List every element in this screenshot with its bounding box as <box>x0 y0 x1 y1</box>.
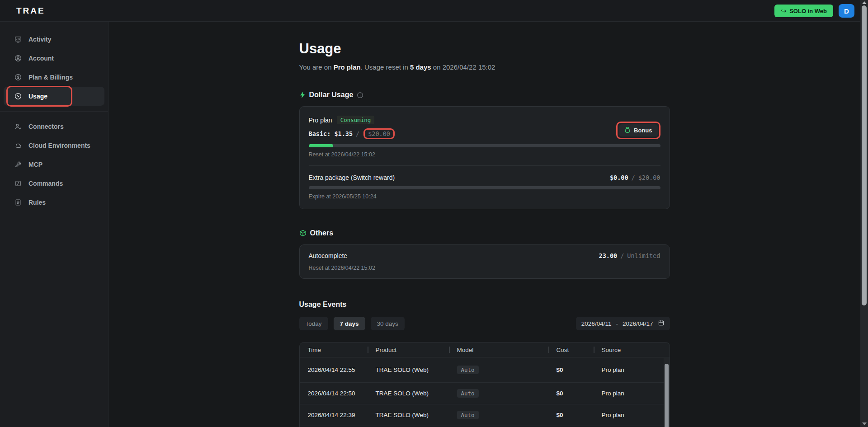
section-title: Others <box>310 229 334 237</box>
plan-name: Pro plan <box>309 117 332 124</box>
amount-separator: / <box>620 252 624 259</box>
dollar-usage-card: Pro plan Consuming Basic: $1.35 / $20.00 <box>299 106 670 209</box>
sidebar-item-label: Connectors <box>28 123 64 130</box>
model-badge: Auto <box>457 366 479 374</box>
subtitle-plan: Pro plan <box>334 63 361 71</box>
bonus-button[interactable]: Bonus <box>619 124 657 136</box>
sidebar-item-cloud-environments[interactable]: Cloud Environments <box>4 136 104 155</box>
scrollbar-down-arrow-icon[interactable] <box>862 422 867 425</box>
table-row: 2026/04/14 22:55 TRAE SOLO (Web) Auto $0… <box>300 357 670 383</box>
slash-square-icon <box>14 180 22 187</box>
card-divider <box>309 165 660 166</box>
account-icon <box>14 55 22 62</box>
date-range-separator: - <box>616 320 618 327</box>
column-divider <box>594 347 594 353</box>
basic-used-amount: Basic: $1.35 <box>309 130 353 137</box>
sidebar-item-rules[interactable]: Rules <box>4 193 104 212</box>
column-header-cost: Cost <box>548 347 594 353</box>
wrench-icon <box>14 161 22 168</box>
topbar-right: ↪ SOLO in Web D <box>774 0 854 22</box>
sidebar-item-activity[interactable]: Activity <box>4 30 104 49</box>
activity-icon <box>14 36 22 43</box>
autocomplete-used: 23.00 <box>599 252 618 259</box>
date-range-end: 2026/04/17 <box>623 320 653 327</box>
events-controls: Today 7 days 30 days 2026/04/11 - 2026/0… <box>299 317 670 330</box>
avatar-initial: D <box>844 7 849 15</box>
table-row: 2026/04/14 22:39 TRAE SOLO (Web) Auto $0… <box>300 404 670 426</box>
column-header-time: Time <box>300 347 368 353</box>
avatar[interactable]: D <box>839 4 854 18</box>
lightning-bolt-icon <box>299 91 306 99</box>
table-scrollbar-thumb[interactable] <box>665 364 669 427</box>
annotation-box-quota: $20.00 <box>363 128 395 139</box>
pro-plan-progress-bar <box>309 144 660 147</box>
cell-cost: $0 <box>548 366 594 373</box>
extra-quota-amount: $20.00 <box>638 174 660 181</box>
cell-source: Pro plan <box>594 412 670 418</box>
table-row: 2026/04/14 22:50 TRAE SOLO (Web) Auto $0… <box>300 383 670 404</box>
sidebar-item-connectors[interactable]: Connectors <box>4 117 104 136</box>
column-header-source: Source <box>594 347 670 353</box>
amount-separator: / <box>356 130 359 137</box>
sidebar-item-commands[interactable]: Commands <box>4 174 104 193</box>
scrollbar-up-arrow-icon[interactable] <box>862 1 867 4</box>
basic-quota-amount: $20.00 <box>368 130 390 137</box>
autocomplete-name: Autocomplete <box>309 252 348 259</box>
topbar: TRAE ↪ SOLO in Web D <box>0 0 868 22</box>
cell-cost: $0 <box>548 390 594 397</box>
column-header-product: Product <box>368 347 449 353</box>
sidebar-item-label: Plan & Billings <box>28 74 73 81</box>
model-badge: Auto <box>457 411 479 419</box>
calendar-icon[interactable] <box>658 319 665 328</box>
section-title: Usage Events <box>299 300 347 309</box>
annotation-box-bonus: Bonus <box>616 122 660 139</box>
page-scrollbar-thumb[interactable] <box>862 5 867 305</box>
sidebar-item-label: MCP <box>28 161 42 168</box>
cell-source: Pro plan <box>594 366 670 373</box>
dollar-circle-icon <box>14 74 22 81</box>
bonus-label: Bonus <box>634 127 652 134</box>
amount-separator: / <box>632 174 635 181</box>
page-title: Usage <box>299 41 670 57</box>
column-divider <box>449 347 450 353</box>
sidebar-item-plan-billings[interactable]: Plan & Billings <box>4 68 104 87</box>
sidebar-item-account[interactable]: Account <box>4 49 104 68</box>
cell-model: Auto <box>449 411 548 419</box>
cell-model: Auto <box>449 389 548 398</box>
page-subtitle: You are on Pro plan. Usage reset in 5 da… <box>299 63 670 71</box>
section-title: Dollar Usage <box>309 91 354 99</box>
dollar-usage-header: Dollar Usage <box>299 91 670 99</box>
usage-events-header: Usage Events <box>299 300 670 309</box>
cube-icon <box>299 230 307 237</box>
filter-30days-button[interactable]: 30 days <box>371 317 405 330</box>
sidebar-item-mcp[interactable]: MCP <box>4 155 104 174</box>
sidebar-item-label: Activity <box>28 36 52 43</box>
subtitle-date: on 2026/04/22 15:02 <box>431 63 495 71</box>
sidebar-item-label: Account <box>28 55 54 62</box>
solo-button-label: SOLO in Web <box>789 8 827 14</box>
sidebar-item-label: Cloud Environments <box>28 142 90 149</box>
cell-product: TRAE SOLO (Web) <box>368 390 449 397</box>
filter-today-button[interactable]: Today <box>299 317 328 330</box>
page-scrollbar[interactable] <box>860 0 868 427</box>
sidebar-item-usage[interactable]: Usage <box>4 87 104 106</box>
subtitle-days: 5 days <box>410 63 431 71</box>
info-icon[interactable] <box>357 92 363 99</box>
sidebar-item-label: Usage <box>28 93 47 100</box>
filter-7days-button[interactable]: 7 days <box>334 317 365 330</box>
sidebar-item-label: Rules <box>28 199 46 206</box>
date-range-picker[interactable]: 2026/04/11 - 2026/04/17 <box>576 317 670 330</box>
subtitle-prefix: You are on <box>299 63 334 71</box>
sidebar: Activity Account Plan & Billings <box>0 22 108 427</box>
solo-in-web-button[interactable]: ↪ SOLO in Web <box>774 5 833 17</box>
model-badge: Auto <box>457 389 479 398</box>
extra-package-name: Extra package (Switch reward) <box>309 174 395 181</box>
pro-plan-progress-fill <box>309 144 333 147</box>
cell-cost: $0 <box>548 412 594 418</box>
redirect-arrow-icon: ↪ <box>781 8 786 14</box>
column-header-model: Model <box>449 347 548 353</box>
others-header: Others <box>299 229 670 237</box>
cell-time: 2026/04/14 22:55 <box>300 366 368 373</box>
subtitle-middle: . Usage reset in <box>361 63 410 71</box>
table-scrollbar[interactable] <box>664 358 670 427</box>
